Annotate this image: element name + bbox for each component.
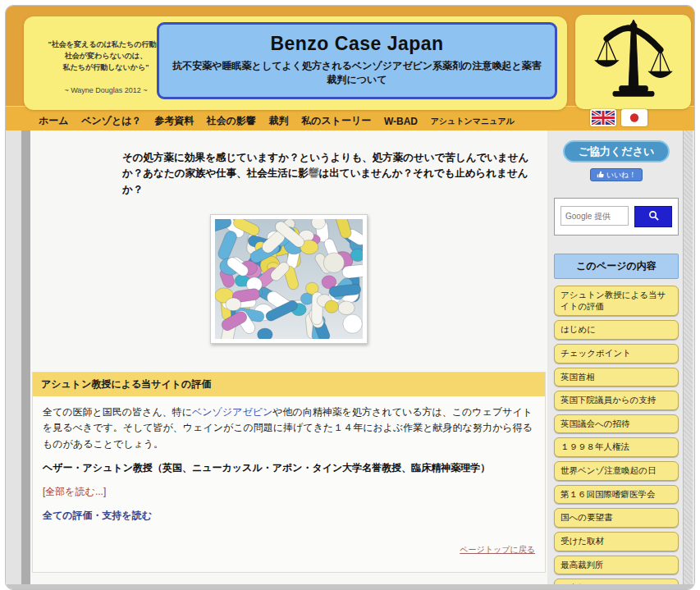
search-input[interactable] xyxy=(560,206,629,226)
quote-attribution: ~ Wayne Douglas 2012 ~ xyxy=(40,85,172,97)
review-text: 全ての医師と国民の皆さん、特に xyxy=(43,406,192,418)
read-full-link[interactable]: [全部を読む...] xyxy=(43,486,106,497)
toc-item-checkpoint[interactable]: チェックポイント xyxy=(554,344,679,364)
nav-item-wbad[interactable]: W-BAD xyxy=(384,111,418,127)
uk-flag-icon[interactable] xyxy=(590,109,616,126)
read-all-reviews-link[interactable]: 全ての評価・支持を読む xyxy=(43,510,152,521)
page-subtitle: 抗不安薬や睡眠薬としてよく処方されるベンゾジアゼピン系薬剤の注意喚起と薬害裁判に… xyxy=(159,59,555,88)
toc-item-isam-congress[interactable]: 第１６回国際嗜癖医学会 xyxy=(554,485,679,505)
logo-panel xyxy=(575,15,691,109)
section-ashton-review: アシュトン教授による当サイトの評価 全ての医師と国民の皆さん、特にベンゾジアゼピ… xyxy=(32,372,546,573)
facebook-like-button[interactable]: いいね！ xyxy=(590,168,643,181)
sidebar: ご協力ください いいね！ このページの内容 アシュトン教授による当サイトの評価 xyxy=(547,130,683,584)
toc-item-uk-pm[interactable]: 英国首相 xyxy=(554,368,679,387)
nav-item-social-impact[interactable]: 社会の影響 xyxy=(207,109,256,128)
scrollbar-track[interactable] xyxy=(683,130,693,584)
thumbs-up-icon xyxy=(597,171,604,180)
bottom-edge xyxy=(6,584,694,590)
toc-item-human-rights-act[interactable]: １９９８年人権法 xyxy=(554,437,679,457)
search-button[interactable] xyxy=(634,206,672,227)
main-content: その処方薬に効果を感じていますか？というよりも、処方薬のせいで苦しんでいませんか… xyxy=(30,130,547,584)
toc-item-ashton-review[interactable]: アシュトン教授による当サイトの評価 xyxy=(554,286,679,316)
nav-item-trial[interactable]: 裁判 xyxy=(269,109,289,128)
magnifier-icon xyxy=(648,210,659,223)
back-to-top-link[interactable]: ページトップに戻る xyxy=(460,545,535,554)
page-title: Benzo Case Japan xyxy=(159,33,555,55)
toc-title: このページの内容 xyxy=(554,254,679,279)
toc-item-petition[interactable]: 国への要望書 xyxy=(554,508,679,528)
site-header: "社会を変えるのは私たちの行動。 社会が変わらないのは、 私たちが行動しないから… xyxy=(6,6,694,130)
toc-item-introduction[interactable]: はじめに xyxy=(554,320,679,340)
header-quote-panel: "社会を変えるのは私たちの行動。 社会が変わらないのは、 私たちが行動しないから… xyxy=(24,16,567,110)
section-heading: アシュトン教授による当サイトの評価 xyxy=(33,373,545,396)
nav-item-references[interactable]: 参考資料 xyxy=(154,109,194,128)
support-button[interactable]: ご協力ください xyxy=(563,140,670,162)
toc-list: アシュトン教授による当サイトの評価 はじめに チェックポイント 英国首相 英国下… xyxy=(554,286,679,584)
site-title-box: Benzo Case Japan 抗不安薬や睡眠薬としてよく処方されるベンゾジア… xyxy=(157,22,557,99)
pills-photo xyxy=(210,214,368,344)
google-search-box xyxy=(554,198,679,236)
toc-item-supreme-court[interactable]: 最高裁判所 xyxy=(554,556,679,575)
scales-of-justice-icon xyxy=(594,20,673,105)
nav-item-my-story[interactable]: 私のストーリー xyxy=(301,109,371,128)
toc-item-did-you-know[interactable]: ご存知でしたか？ xyxy=(554,579,679,584)
intro-question-text: その処方薬に効果を感じていますか？というよりも、処方薬のせいで苦しんでいませんか… xyxy=(122,150,541,198)
nav-item-what-is-benzo[interactable]: ベンゾとは？ xyxy=(81,109,141,128)
quote-line: 私たちが行動しないから" xyxy=(40,62,172,74)
nav-item-home[interactable]: ホーム xyxy=(39,109,69,128)
professor-attribution: ヘザー・アシュトン教授（英国、ニューカッスル・アポン・タイン大学名誉教授、臨床精… xyxy=(43,460,535,476)
japan-flag-icon[interactable] xyxy=(621,109,647,126)
quote-line: 社会が変わらないのは、 xyxy=(40,51,172,62)
toc-item-media-coverage[interactable]: 受けた取材 xyxy=(554,532,679,551)
browser-viewport: "社会を変えるのは私たちの行動。 社会が変わらないのは、 私たちが行動しないから… xyxy=(5,5,695,590)
motto-quote: "社会を変えるのは私たちの行動。 社会が変わらないのは、 私たちが行動しないから… xyxy=(40,39,172,97)
nav-item-ashton-manual[interactable]: アシュトンマニュアル xyxy=(431,111,515,127)
toc-item-world-benzo-day[interactable]: 世界ベンゾ注意喚起の日 xyxy=(554,461,679,481)
review-paragraph: 全ての医師と国民の皆さん、特にベンゾジアゼピンや他の向精神薬を処方されている方は… xyxy=(43,405,535,452)
benzodiazepine-link[interactable]: ベンゾジアゼピン xyxy=(192,406,272,418)
toc-item-mp-support[interactable]: 英国下院議員からの支持 xyxy=(554,391,679,410)
toc-item-parliament-invite[interactable]: 英国議会への招待 xyxy=(554,414,679,434)
quote-line: "社会を変えるのは私たちの行動。 xyxy=(40,39,172,51)
left-gutter xyxy=(6,130,30,584)
like-label: いいね！ xyxy=(606,170,637,181)
